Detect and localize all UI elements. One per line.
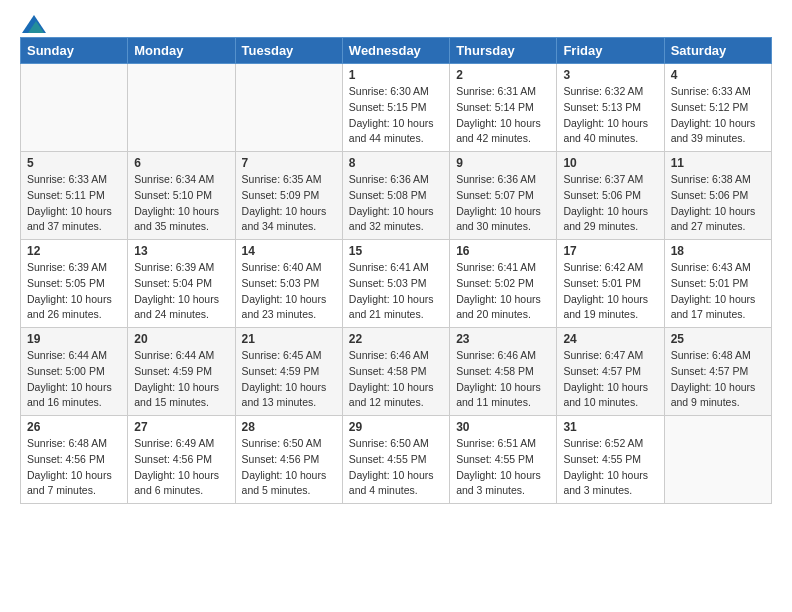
day-info: Sunrise: 6:33 AM Sunset: 5:11 PM Dayligh… xyxy=(27,172,121,235)
weekday-header: Friday xyxy=(557,38,664,64)
calendar-day-cell: 22Sunrise: 6:46 AM Sunset: 4:58 PM Dayli… xyxy=(342,328,449,416)
calendar-day-cell: 28Sunrise: 6:50 AM Sunset: 4:56 PM Dayli… xyxy=(235,416,342,504)
day-info: Sunrise: 6:50 AM Sunset: 4:55 PM Dayligh… xyxy=(349,436,443,499)
day-info: Sunrise: 6:44 AM Sunset: 5:00 PM Dayligh… xyxy=(27,348,121,411)
calendar-day-cell: 10Sunrise: 6:37 AM Sunset: 5:06 PM Dayli… xyxy=(557,152,664,240)
day-number: 1 xyxy=(349,68,443,82)
page-header xyxy=(20,15,772,29)
day-number: 23 xyxy=(456,332,550,346)
day-info: Sunrise: 6:32 AM Sunset: 5:13 PM Dayligh… xyxy=(563,84,657,147)
day-number: 12 xyxy=(27,244,121,258)
calendar-header-row: SundayMondayTuesdayWednesdayThursdayFrid… xyxy=(21,38,772,64)
day-number: 17 xyxy=(563,244,657,258)
day-info: Sunrise: 6:49 AM Sunset: 4:56 PM Dayligh… xyxy=(134,436,228,499)
logo xyxy=(20,15,46,29)
day-number: 5 xyxy=(27,156,121,170)
day-number: 28 xyxy=(242,420,336,434)
day-info: Sunrise: 6:37 AM Sunset: 5:06 PM Dayligh… xyxy=(563,172,657,235)
day-info: Sunrise: 6:50 AM Sunset: 4:56 PM Dayligh… xyxy=(242,436,336,499)
day-number: 30 xyxy=(456,420,550,434)
calendar-week-row: 5Sunrise: 6:33 AM Sunset: 5:11 PM Daylig… xyxy=(21,152,772,240)
day-info: Sunrise: 6:42 AM Sunset: 5:01 PM Dayligh… xyxy=(563,260,657,323)
day-number: 10 xyxy=(563,156,657,170)
weekday-header: Sunday xyxy=(21,38,128,64)
calendar-week-row: 1Sunrise: 6:30 AM Sunset: 5:15 PM Daylig… xyxy=(21,64,772,152)
calendar-day-cell: 23Sunrise: 6:46 AM Sunset: 4:58 PM Dayli… xyxy=(450,328,557,416)
day-number: 7 xyxy=(242,156,336,170)
day-number: 11 xyxy=(671,156,765,170)
day-number: 21 xyxy=(242,332,336,346)
calendar-day-cell: 8Sunrise: 6:36 AM Sunset: 5:08 PM Daylig… xyxy=(342,152,449,240)
calendar-day-cell xyxy=(128,64,235,152)
day-info: Sunrise: 6:38 AM Sunset: 5:06 PM Dayligh… xyxy=(671,172,765,235)
calendar-day-cell: 21Sunrise: 6:45 AM Sunset: 4:59 PM Dayli… xyxy=(235,328,342,416)
calendar-day-cell: 13Sunrise: 6:39 AM Sunset: 5:04 PM Dayli… xyxy=(128,240,235,328)
day-info: Sunrise: 6:48 AM Sunset: 4:56 PM Dayligh… xyxy=(27,436,121,499)
calendar-day-cell: 27Sunrise: 6:49 AM Sunset: 4:56 PM Dayli… xyxy=(128,416,235,504)
calendar-day-cell: 1Sunrise: 6:30 AM Sunset: 5:15 PM Daylig… xyxy=(342,64,449,152)
calendar-day-cell: 17Sunrise: 6:42 AM Sunset: 5:01 PM Dayli… xyxy=(557,240,664,328)
day-info: Sunrise: 6:48 AM Sunset: 4:57 PM Dayligh… xyxy=(671,348,765,411)
day-info: Sunrise: 6:36 AM Sunset: 5:07 PM Dayligh… xyxy=(456,172,550,235)
day-info: Sunrise: 6:39 AM Sunset: 5:04 PM Dayligh… xyxy=(134,260,228,323)
day-number: 3 xyxy=(563,68,657,82)
calendar-day-cell: 11Sunrise: 6:38 AM Sunset: 5:06 PM Dayli… xyxy=(664,152,771,240)
calendar-day-cell: 15Sunrise: 6:41 AM Sunset: 5:03 PM Dayli… xyxy=(342,240,449,328)
calendar-day-cell: 20Sunrise: 6:44 AM Sunset: 4:59 PM Dayli… xyxy=(128,328,235,416)
weekday-header: Saturday xyxy=(664,38,771,64)
calendar-day-cell: 2Sunrise: 6:31 AM Sunset: 5:14 PM Daylig… xyxy=(450,64,557,152)
calendar-day-cell: 9Sunrise: 6:36 AM Sunset: 5:07 PM Daylig… xyxy=(450,152,557,240)
calendar-day-cell xyxy=(664,416,771,504)
calendar-week-row: 26Sunrise: 6:48 AM Sunset: 4:56 PM Dayli… xyxy=(21,416,772,504)
day-number: 22 xyxy=(349,332,443,346)
day-info: Sunrise: 6:45 AM Sunset: 4:59 PM Dayligh… xyxy=(242,348,336,411)
calendar-day-cell: 18Sunrise: 6:43 AM Sunset: 5:01 PM Dayli… xyxy=(664,240,771,328)
calendar-day-cell: 4Sunrise: 6:33 AM Sunset: 5:12 PM Daylig… xyxy=(664,64,771,152)
day-number: 8 xyxy=(349,156,443,170)
calendar-day-cell: 16Sunrise: 6:41 AM Sunset: 5:02 PM Dayli… xyxy=(450,240,557,328)
day-info: Sunrise: 6:31 AM Sunset: 5:14 PM Dayligh… xyxy=(456,84,550,147)
weekday-header: Tuesday xyxy=(235,38,342,64)
day-number: 18 xyxy=(671,244,765,258)
weekday-header: Thursday xyxy=(450,38,557,64)
day-number: 24 xyxy=(563,332,657,346)
calendar-day-cell xyxy=(21,64,128,152)
day-number: 29 xyxy=(349,420,443,434)
day-number: 13 xyxy=(134,244,228,258)
calendar-day-cell: 6Sunrise: 6:34 AM Sunset: 5:10 PM Daylig… xyxy=(128,152,235,240)
day-number: 16 xyxy=(456,244,550,258)
calendar-day-cell: 24Sunrise: 6:47 AM Sunset: 4:57 PM Dayli… xyxy=(557,328,664,416)
weekday-header: Monday xyxy=(128,38,235,64)
calendar-day-cell: 29Sunrise: 6:50 AM Sunset: 4:55 PM Dayli… xyxy=(342,416,449,504)
day-info: Sunrise: 6:36 AM Sunset: 5:08 PM Dayligh… xyxy=(349,172,443,235)
day-info: Sunrise: 6:52 AM Sunset: 4:55 PM Dayligh… xyxy=(563,436,657,499)
calendar-week-row: 19Sunrise: 6:44 AM Sunset: 5:00 PM Dayli… xyxy=(21,328,772,416)
day-number: 31 xyxy=(563,420,657,434)
calendar-day-cell: 7Sunrise: 6:35 AM Sunset: 5:09 PM Daylig… xyxy=(235,152,342,240)
day-number: 20 xyxy=(134,332,228,346)
calendar-day-cell: 25Sunrise: 6:48 AM Sunset: 4:57 PM Dayli… xyxy=(664,328,771,416)
day-number: 25 xyxy=(671,332,765,346)
day-info: Sunrise: 6:35 AM Sunset: 5:09 PM Dayligh… xyxy=(242,172,336,235)
calendar-day-cell: 31Sunrise: 6:52 AM Sunset: 4:55 PM Dayli… xyxy=(557,416,664,504)
day-number: 27 xyxy=(134,420,228,434)
day-info: Sunrise: 6:34 AM Sunset: 5:10 PM Dayligh… xyxy=(134,172,228,235)
calendar-day-cell xyxy=(235,64,342,152)
day-number: 19 xyxy=(27,332,121,346)
day-number: 2 xyxy=(456,68,550,82)
logo-icon xyxy=(22,15,46,33)
weekday-header: Wednesday xyxy=(342,38,449,64)
calendar-day-cell: 5Sunrise: 6:33 AM Sunset: 5:11 PM Daylig… xyxy=(21,152,128,240)
day-info: Sunrise: 6:46 AM Sunset: 4:58 PM Dayligh… xyxy=(456,348,550,411)
calendar-day-cell: 30Sunrise: 6:51 AM Sunset: 4:55 PM Dayli… xyxy=(450,416,557,504)
day-info: Sunrise: 6:51 AM Sunset: 4:55 PM Dayligh… xyxy=(456,436,550,499)
calendar-day-cell: 3Sunrise: 6:32 AM Sunset: 5:13 PM Daylig… xyxy=(557,64,664,152)
calendar-day-cell: 14Sunrise: 6:40 AM Sunset: 5:03 PM Dayli… xyxy=(235,240,342,328)
day-info: Sunrise: 6:47 AM Sunset: 4:57 PM Dayligh… xyxy=(563,348,657,411)
day-info: Sunrise: 6:44 AM Sunset: 4:59 PM Dayligh… xyxy=(134,348,228,411)
day-info: Sunrise: 6:30 AM Sunset: 5:15 PM Dayligh… xyxy=(349,84,443,147)
calendar-week-row: 12Sunrise: 6:39 AM Sunset: 5:05 PM Dayli… xyxy=(21,240,772,328)
day-info: Sunrise: 6:41 AM Sunset: 5:02 PM Dayligh… xyxy=(456,260,550,323)
day-number: 14 xyxy=(242,244,336,258)
day-info: Sunrise: 6:41 AM Sunset: 5:03 PM Dayligh… xyxy=(349,260,443,323)
